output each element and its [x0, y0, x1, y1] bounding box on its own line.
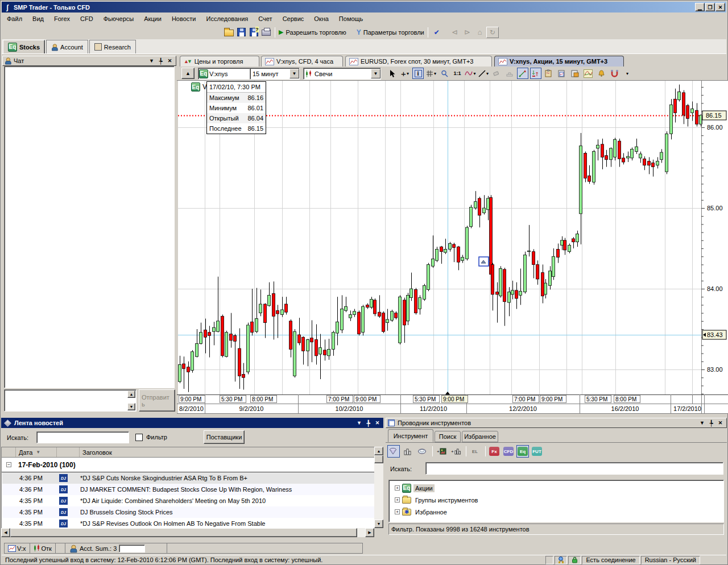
toolbar-overflow-icon[interactable]: ▾ — [626, 71, 628, 76]
clipboard2-icon[interactable] — [556, 68, 568, 79]
news-row[interactable]: 4:36 PMDJDJ MARKET COMMENT: Budapest Sto… — [2, 484, 374, 495]
menu-счет[interactable]: Счет — [253, 14, 277, 24]
badge-fut-icon[interactable]: FUT — [531, 445, 543, 458]
print-icon[interactable] — [260, 27, 272, 38]
grid-icon[interactable]: ▾ — [425, 68, 437, 79]
crosshair-icon[interactable]: +▾ — [399, 68, 411, 79]
buysell-icon[interactable] — [530, 68, 541, 79]
menu-вид[interactable]: Вид — [27, 14, 49, 24]
magnet-icon[interactable] — [609, 68, 620, 79]
close-button[interactable]: ✕ — [715, 3, 725, 11]
open-icon[interactable] — [222, 27, 235, 38]
menu-cfd[interactable]: CFD — [75, 14, 98, 24]
news-hscrollbar[interactable]: ◀ ▶ — [1, 528, 374, 537]
cursor-icon[interactable] — [386, 68, 398, 79]
funnel-icon[interactable] — [387, 445, 400, 458]
workspace-tab-account[interactable]: Account — [46, 40, 88, 53]
add-bars-icon[interactable]: + — [449, 445, 462, 458]
news-hscroll-thumb[interactable] — [10, 528, 357, 537]
add-image-icon[interactable]: + — [435, 445, 448, 458]
save-as-icon[interactable]: ? — [247, 27, 260, 38]
barchart-icon[interactable] — [402, 445, 414, 458]
news-search-input[interactable] — [36, 431, 129, 443]
instruments-close-icon[interactable]: ✕ — [716, 419, 725, 427]
instruments-search-input[interactable] — [425, 462, 723, 475]
menu-акции[interactable]: Акции — [139, 14, 167, 24]
confirm-icon[interactable]: ✔ — [431, 27, 443, 38]
eraser-icon[interactable] — [491, 68, 502, 79]
news-col-date[interactable]: Дата▼ — [16, 447, 57, 457]
layout-icon[interactable] — [569, 68, 581, 79]
news-close-icon[interactable]: ✕ — [373, 419, 382, 427]
chat-scroll-down-icon[interactable]: ▼ — [127, 403, 135, 410]
tree-item[interactable]: +✱Избранное — [395, 506, 723, 518]
one-to-one-icon[interactable]: 1:1 — [452, 68, 463, 79]
chat-pin-icon[interactable]: ╄ — [156, 57, 165, 65]
menu-помощь[interactable]: Помощь — [334, 14, 369, 24]
chat-menu-icon[interactable]: ▼ — [147, 57, 156, 65]
bottom-tab-open[interactable]: Отк — [30, 543, 56, 553]
workspace-tab-research[interactable]: Research — [89, 40, 136, 53]
news-scroll-right-icon[interactable]: ▶ — [365, 528, 374, 537]
menu-forex[interactable]: Forex — [49, 14, 75, 24]
chart-tab-0[interactable]: ▲▼Цены и торговля — [180, 56, 259, 67]
restore-button[interactable]: ❐ — [705, 3, 715, 11]
menu-файл[interactable]: Файл — [2, 14, 27, 24]
news-row[interactable]: 4:35 PMDJDJ Brussels Closing Stock Price… — [2, 506, 374, 518]
expand-icon[interactable]: + — [395, 485, 400, 491]
curve-icon[interactable] — [582, 68, 594, 79]
badge-fx-icon[interactable]: Fx — [488, 445, 500, 458]
bell-icon[interactable] — [595, 68, 607, 79]
chat-scroll-up-icon[interactable]: ▲ — [127, 390, 135, 398]
menu-сервис[interactable]: Сервис — [278, 14, 309, 24]
updown-icon[interactable] — [517, 68, 528, 79]
stamp-icon[interactable] — [504, 68, 515, 79]
save-icon[interactable] — [235, 27, 247, 38]
lens-icon[interactable] — [416, 445, 428, 458]
clipboard1-icon[interactable] — [543, 68, 555, 79]
expand-icon[interactable]: + — [395, 497, 400, 502]
news-providers-button[interactable]: Поставщики — [204, 430, 245, 444]
news-row[interactable]: 4:35 PMDJ*DJ Air Liquide: Combined Share… — [2, 495, 374, 506]
bottom-tab-acct[interactable]: Acct. Sum.: 3 — [65, 543, 167, 553]
instruments-pin-icon[interactable]: ╄ — [707, 419, 715, 427]
minimize-button[interactable]: ▁ — [695, 3, 705, 11]
indicator-icon[interactable]: ▾ — [465, 68, 476, 79]
news-scroll-down-icon[interactable]: ▼ — [374, 520, 383, 528]
info-icon[interactable]: i — [412, 68, 424, 79]
badge-cfd-icon[interactable]: CFD — [502, 445, 515, 458]
menu-фьючерсы[interactable]: Фьючерсы — [98, 14, 139, 24]
news-pin-icon[interactable]: ╄ — [364, 419, 373, 427]
chat-input[interactable]: ▲ ▼ — [4, 389, 136, 412]
chart-tab-3[interactable]: V:xnys, Акции, 15 минут, GMT+3 — [494, 56, 624, 67]
workspace-tab-stocks[interactable]: EqStocks — [3, 40, 45, 53]
menu-новости[interactable]: Новости — [167, 14, 201, 24]
zoom-icon[interactable] — [439, 68, 450, 79]
chart-tab-1[interactable]: V:xnys, CFD, 4 часа — [261, 56, 343, 67]
tree-item[interactable]: +EqАкции — [395, 482, 723, 494]
trading-params-button[interactable]: YПараметры торговли — [355, 27, 425, 38]
instruments-tab-0[interactable]: Инструмент — [388, 429, 433, 442]
news-scroll-left-icon[interactable]: ◀ — [1, 528, 10, 537]
tree-item[interactable]: +Группы инструментов — [395, 494, 723, 506]
interval-select[interactable]: 15 минут ▼ — [250, 68, 300, 80]
instruments-tab-2[interactable]: Избранное — [462, 431, 498, 442]
news-vscroll-thumb[interactable] — [374, 455, 383, 463]
news-row[interactable]: 4:35 PMDJ*DJ S&P Revises Outlook On Holm… — [2, 518, 374, 528]
el-icon[interactable]: EL — [469, 445, 481, 458]
chart-tab-2[interactable]: EURUSD, Forex спот, 30 минут, GMT+3 — [345, 56, 492, 67]
trendline-icon[interactable]: ▾ — [478, 68, 489, 79]
enable-trading-button[interactable]: ▶Разрешить торговлю — [278, 27, 348, 38]
expand-icon[interactable]: + — [395, 509, 400, 514]
badge-eq-icon[interactable]: Eq — [516, 445, 529, 458]
news-menu-icon[interactable]: ▼ — [355, 419, 363, 427]
news-vscrollbar[interactable]: ▲ ▼ — [374, 447, 383, 528]
collapse-group-icon[interactable]: − — [6, 462, 11, 467]
chat-close-icon[interactable]: ✕ — [166, 57, 174, 65]
news-group-row[interactable]: − 17-Feb-2010 (100) — [2, 458, 374, 472]
news-filter-checkbox[interactable] — [135, 434, 143, 441]
menu-исследования[interactable]: Исследования — [201, 14, 254, 24]
news-scroll-up-icon[interactable]: ▲ — [374, 447, 383, 455]
instruments-tab-1[interactable]: Поиск — [435, 431, 461, 442]
chat-send-button[interactable]: Отправить — [139, 389, 175, 412]
